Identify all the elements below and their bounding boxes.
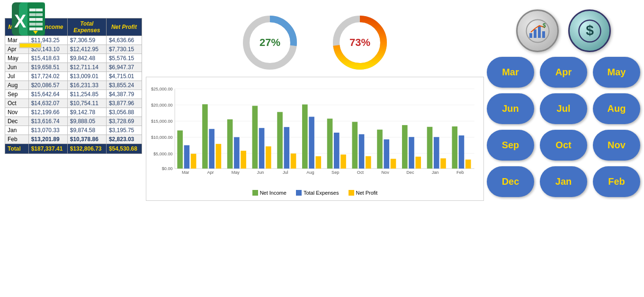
table-row: Oct$14,632.07$10,754.11$3,877.96 [5, 99, 142, 108]
legend-net-profit-color [349, 190, 354, 196]
content-area: Month Net Income TotalExpenses Net Profi… [0, 5, 644, 203]
svg-text:73%: 73% [349, 36, 370, 48]
svg-text:Jul: Jul [283, 170, 288, 175]
svg-rect-42 [277, 112, 283, 168]
legend-net-income: Net Income [252, 190, 286, 196]
icons-row: $ $ [516, 9, 611, 52]
svg-text:$15,000.00: $15,000.00 [151, 119, 173, 124]
svg-rect-39 [252, 106, 258, 168]
bar-chart-svg: $25,000.00 $20,000.00 $15,000.00 $10,000… [151, 82, 479, 186]
month-button-aug[interactable]: Aug [593, 93, 640, 124]
svg-text:Aug: Aug [306, 170, 314, 175]
svg-rect-53 [366, 156, 371, 169]
svg-text:Sep: Sep [331, 170, 339, 175]
profit-gauge: 27% [239, 12, 301, 74]
svg-rect-57 [402, 125, 408, 169]
expenses-gauge: 73% [329, 12, 391, 74]
svg-rect-56 [391, 159, 396, 169]
month-buttons-grid: MarAprMayJunJulAugSepOctNovDecJanFeb [487, 57, 640, 197]
svg-text:Feb: Feb [456, 170, 464, 175]
month-button-oct[interactable]: Oct [540, 130, 587, 161]
header: X [0, 0, 644, 5]
month-button-sep[interactable]: Sep [487, 130, 534, 161]
legend-net-profit-label: Net Profit [356, 190, 378, 196]
svg-rect-40 [259, 128, 265, 169]
svg-text:Dec: Dec [406, 170, 414, 175]
legend-total-expenses-color [296, 190, 302, 196]
svg-text:$: $ [586, 22, 594, 38]
table-row: Dec$13,616.74$9,888.05$3,728.69 [5, 117, 142, 126]
svg-rect-58 [409, 137, 414, 169]
svg-rect-43 [284, 127, 290, 169]
month-button-feb[interactable]: Feb [593, 166, 640, 197]
dollar-icon-button[interactable]: $ [568, 9, 611, 52]
profit-chart-icon-button[interactable]: $ [516, 9, 559, 52]
svg-text:Jun: Jun [257, 170, 264, 175]
table-row: Aug$20,086.57$16,231.33$3,855.24 [5, 81, 142, 90]
legend-net-profit: Net Profit [349, 190, 378, 196]
svg-rect-32 [191, 154, 197, 169]
svg-text:Oct: Oct [357, 170, 364, 175]
svg-rect-37 [234, 137, 240, 169]
svg-rect-81 [538, 27, 541, 38]
svg-rect-59 [415, 157, 421, 169]
month-button-may[interactable]: May [593, 57, 640, 88]
middle-panel: 27% [146, 9, 484, 201]
svg-rect-45 [302, 104, 308, 168]
table-row: Feb$13,201.89$10,378.86$2,823.03 [5, 135, 142, 144]
profit-chart-icon: $ [525, 18, 551, 44]
table-row: Jan$13,070.33$9,874.58$3,195.75 [5, 126, 142, 135]
svg-rect-8 [36, 9, 36, 30]
table-row: Jun$19,658.51$12,711.14$6,947.37 [5, 63, 142, 72]
month-button-jul[interactable]: Jul [540, 93, 587, 124]
svg-rect-35 [216, 144, 222, 169]
svg-rect-30 [177, 130, 183, 168]
current-month-badge[interactable] [19, 43, 42, 48]
profit-gauge-svg: 27% [239, 12, 301, 73]
chart-legend: Net Income Total Expenses Net Profit [151, 190, 479, 196]
legend-net-income-label: Net Income [260, 190, 286, 196]
svg-rect-50 [340, 154, 346, 169]
table-row: Sep$15,642.64$11,254.85$4,387.79 [5, 90, 142, 99]
table-row: Nov$12,199.66$9,142.78$3,056.88 [5, 108, 142, 117]
svg-text:$0.00: $0.00 [162, 166, 173, 171]
svg-rect-38 [241, 151, 246, 169]
month-button-mar[interactable]: Mar [487, 57, 534, 88]
svg-text:Jan: Jan [432, 170, 439, 175]
month-button-nov[interactable]: Nov [593, 130, 640, 161]
col-total-expenses: TotalExpenses [67, 18, 106, 36]
svg-rect-41 [266, 146, 271, 169]
svg-text:Apr: Apr [207, 170, 214, 175]
svg-rect-31 [184, 145, 190, 169]
svg-rect-36 [227, 119, 233, 169]
month-button-jun[interactable]: Jun [487, 93, 534, 124]
svg-text:X: X [14, 11, 27, 31]
legend-net-income-color [252, 190, 258, 196]
svg-text:May: May [232, 170, 240, 175]
svg-rect-47 [316, 156, 322, 169]
month-button-apr[interactable]: Apr [540, 57, 587, 88]
svg-rect-44 [291, 153, 296, 169]
svg-text:$5,000.00: $5,000.00 [153, 152, 172, 156]
bar-chart-container: $25,000.00 $20,000.00 $15,000.00 $10,000… [146, 77, 484, 201]
svg-text:$25,000.00: $25,000.00 [151, 87, 173, 91]
legend-total-expenses-label: Total Expenses [304, 190, 339, 196]
svg-rect-46 [309, 117, 314, 168]
svg-rect-80 [534, 29, 537, 38]
gauges-row: 27% [146, 9, 484, 74]
month-button-jan[interactable]: Jan [540, 166, 587, 197]
svg-text:$: $ [543, 22, 546, 29]
svg-rect-60 [427, 127, 433, 169]
svg-rect-65 [465, 160, 471, 169]
svg-rect-48 [327, 118, 333, 168]
col-net-profit: Net Profit [106, 18, 142, 36]
svg-rect-51 [352, 122, 358, 169]
table-total-row: Total$187,337.41$132,806.73$54,530.68 [5, 144, 142, 154]
svg-rect-34 [209, 129, 215, 169]
month-button-dec[interactable]: Dec [487, 166, 534, 197]
svg-rect-52 [359, 134, 365, 168]
svg-rect-64 [459, 135, 465, 169]
svg-text:27%: 27% [259, 36, 280, 48]
excel-logo-icon: X [9, 0, 47, 38]
svg-text:$20,000.00: $20,000.00 [151, 103, 173, 108]
